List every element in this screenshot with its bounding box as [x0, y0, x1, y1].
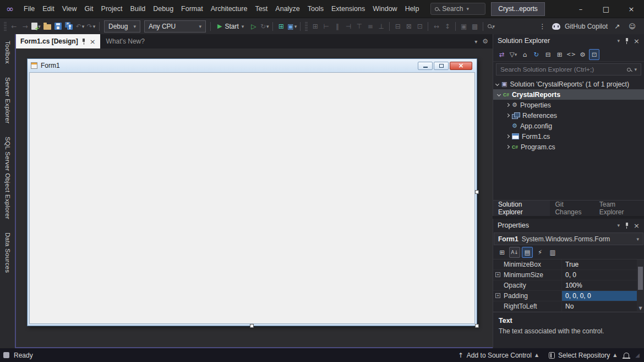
- property-value[interactable]: No: [561, 301, 637, 311]
- window-position-chevron-icon[interactable]: ▾: [618, 223, 620, 228]
- solution-platform-combo[interactable]: Any CPU ▾: [144, 20, 206, 33]
- new-project-icon[interactable]: ▾: [31, 20, 41, 33]
- property-row[interactable]: RightToLeft No: [493, 301, 637, 312]
- save-icon[interactable]: [53, 20, 63, 33]
- property-value[interactable]: 0, 0: [561, 270, 637, 280]
- align-middles-icon[interactable]: ≡: [365, 20, 375, 33]
- send-to-back-icon[interactable]: ▩: [470, 20, 480, 33]
- tree-item-properties[interactable]: ⚙ Properties: [493, 100, 644, 110]
- collapse-chevron-icon[interactable]: [495, 82, 499, 86]
- tree-item-app-config[interactable]: ⚙ App.config: [493, 121, 644, 131]
- close-panel-icon[interactable]: ×: [634, 221, 640, 230]
- view-code-icon[interactable]: <>: [566, 49, 576, 60]
- designer-surface[interactable]: Form1 ×: [16, 48, 493, 347]
- vertical-spacing-icon[interactable]: ↕: [442, 20, 452, 33]
- toolbar-grip[interactable]: [4, 22, 7, 31]
- bring-to-front-icon[interactable]: ▣: [459, 20, 469, 33]
- menu-project[interactable]: Project: [97, 5, 127, 13]
- github-copilot-label[interactable]: GitHub Copilot: [565, 23, 608, 30]
- menu-architecture[interactable]: Architecture: [207, 5, 252, 13]
- navigate-back-icon[interactable]: ←: [9, 20, 19, 33]
- menu-test[interactable]: Test: [251, 5, 271, 13]
- properties-window-icon[interactable]: ▣▾: [287, 20, 297, 33]
- open-file-icon[interactable]: [42, 20, 52, 33]
- tab-solution-explorer[interactable]: Solution Explorer: [493, 201, 550, 216]
- sidebar-tab-sql-server-object-explorer[interactable]: SQL Server Object Explorer: [4, 137, 11, 219]
- categorized-icon[interactable]: ⊞: [496, 247, 507, 258]
- global-search-box[interactable]: Search ▾: [430, 3, 485, 15]
- sidebar-tab-data-sources[interactable]: Data Sources: [4, 233, 11, 273]
- resize-grip-icon[interactable]: ◢: [635, 352, 641, 358]
- menu-extensions[interactable]: Extensions: [328, 5, 369, 13]
- pin-tab-icon[interactable]: [82, 39, 86, 45]
- events-lightning-icon[interactable]: ⚡: [534, 247, 545, 258]
- github-copilot-icon[interactable]: [552, 23, 560, 30]
- scroll-down-arrow-icon[interactable]: ▼: [638, 306, 642, 312]
- menu-build[interactable]: Build: [126, 5, 149, 13]
- undo-icon[interactable]: ↶▾: [75, 20, 85, 33]
- document-list-chevron-icon[interactable]: ▾: [474, 39, 477, 45]
- align-centers-icon[interactable]: ∥: [332, 20, 342, 33]
- property-row[interactable]: MinimizeBox True: [493, 260, 637, 270]
- resize-handle-bottom[interactable]: [250, 324, 254, 328]
- run-without-debugging-icon[interactable]: ▷: [248, 20, 259, 33]
- property-name[interactable]: RightToLeft: [493, 301, 561, 311]
- feedback-icon[interactable]: ☺: [627, 20, 637, 33]
- notifications-bell-icon[interactable]: [624, 353, 629, 358]
- tree-item-references[interactable]: References: [493, 110, 644, 121]
- resize-handle-right[interactable]: [475, 190, 479, 194]
- refresh-icon[interactable]: ↻: [531, 49, 542, 60]
- property-name[interactable]: Opacity: [493, 280, 561, 290]
- make-same-width-icon[interactable]: ⊟: [392, 20, 403, 33]
- sidebar-tab-server-explorer[interactable]: Server Explorer: [4, 77, 11, 123]
- align-bottoms-icon[interactable]: ⊥: [376, 20, 386, 33]
- preview-selected-items-icon[interactable]: ⊡: [589, 49, 599, 60]
- properties-scrollbar[interactable]: ▼: [637, 260, 644, 312]
- make-same-height-icon[interactable]: ⊠: [403, 20, 414, 33]
- align-lefts-icon[interactable]: ⊢: [321, 20, 331, 33]
- background-tasks-icon[interactable]: [3, 352, 9, 358]
- window-position-chevron-icon[interactable]: ▾: [618, 38, 620, 44]
- tree-item-form1-cs[interactable]: Form1.cs: [493, 131, 644, 142]
- menu-view[interactable]: View: [58, 5, 81, 13]
- menu-format[interactable]: Format: [177, 5, 207, 13]
- tree-item-project-crystalreports[interactable]: C# CrystalReports: [493, 89, 644, 100]
- alphabetical-sort-icon[interactable]: A↓: [509, 247, 520, 258]
- properties-wrench-icon[interactable]: ⚙: [577, 49, 588, 60]
- resize-handle-bottom-right[interactable]: [475, 324, 479, 328]
- expand-plus-icon[interactable]: +: [495, 293, 500, 298]
- close-tab-icon[interactable]: ×: [90, 37, 96, 46]
- start-debugging-button[interactable]: ▶ Start ▾: [214, 20, 248, 33]
- share-icon[interactable]: ↗: [612, 20, 623, 33]
- property-value[interactable]: 0, 0, 0, 0: [561, 291, 637, 301]
- switch-views-icon[interactable]: ⇄: [496, 49, 507, 60]
- add-new-item-icon[interactable]: ⊞: [276, 20, 286, 33]
- select-repository-button[interactable]: Select Repository ▲: [545, 352, 620, 359]
- menu-tools[interactable]: Tools: [304, 5, 328, 13]
- home-icon[interactable]: ⌂: [520, 49, 530, 60]
- pin-icon[interactable]: [625, 38, 629, 44]
- horizontal-spacing-icon[interactable]: ↔: [431, 20, 441, 33]
- solution-search-box[interactable]: Search Solution Explorer (Ctrl+;) ▾: [496, 63, 641, 75]
- property-name[interactable]: MinimizeBox: [493, 260, 561, 269]
- align-to-grid-icon[interactable]: ⊞: [310, 20, 320, 33]
- align-rights-icon[interactable]: ⊣: [343, 20, 353, 33]
- form-client-area[interactable]: [29, 72, 475, 324]
- property-row[interactable]: +MinimumSize 0, 0: [493, 270, 637, 280]
- property-name[interactable]: +MinimumSize: [493, 270, 561, 280]
- collapse-all-icon[interactable]: ⊟: [543, 49, 553, 60]
- zoom-icon[interactable]: ▾: [486, 20, 496, 33]
- tree-item-program-cs[interactable]: C# Program.cs: [493, 142, 644, 152]
- tab-team-explorer[interactable]: Team Explorer: [594, 201, 644, 216]
- expand-chevron-icon[interactable]: [506, 134, 510, 138]
- navigate-forward-icon[interactable]: →: [20, 20, 30, 33]
- property-value[interactable]: 100%: [561, 280, 637, 290]
- menu-file[interactable]: File: [20, 5, 39, 13]
- menu-edit[interactable]: Edit: [39, 5, 58, 13]
- property-name[interactable]: +Padding: [493, 291, 561, 301]
- scrollbar-thumb[interactable]: [638, 267, 643, 290]
- properties-view-icon[interactable]: ▤: [522, 247, 533, 258]
- tab-options-gear-icon[interactable]: ⚙: [482, 37, 488, 45]
- close-panel-icon[interactable]: ×: [634, 37, 640, 45]
- maximize-button[interactable]: □: [593, 0, 619, 18]
